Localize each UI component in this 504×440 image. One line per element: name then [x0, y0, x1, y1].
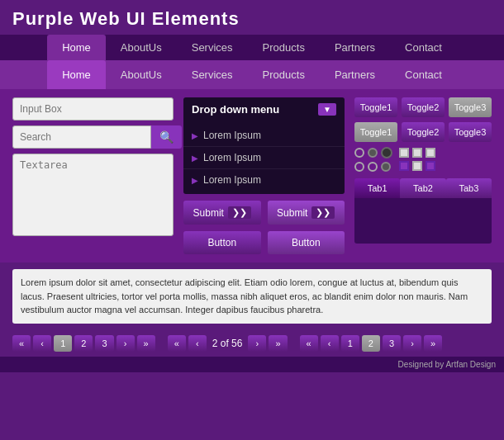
- paginator-3: « ‹ 1 2 3 › »: [300, 335, 443, 352]
- first-page-btn-1[interactable]: «: [12, 335, 31, 352]
- next-page-btn-1[interactable]: ›: [116, 335, 135, 352]
- dropdown-item[interactable]: ▶ Lorem Ipsum: [183, 147, 345, 169]
- pagination-section: « ‹ 1 2 3 › » « ‹ 2 of 56 › » « ‹ 1 2 3 …: [0, 330, 504, 357]
- button-row: Button Button: [183, 231, 345, 254]
- next-page-btn-3[interactable]: ›: [403, 335, 421, 352]
- nav1-aboutus[interactable]: AboutUs: [106, 35, 177, 60]
- nav2-home[interactable]: Home: [47, 60, 106, 89]
- toggle6-btn[interactable]: Toggle3: [449, 122, 492, 142]
- submit-button-2[interactable]: Submit ❯❯: [268, 201, 345, 225]
- nav1-partners[interactable]: Partners: [320, 35, 390, 60]
- button-2[interactable]: Button: [268, 231, 345, 254]
- nav1-services[interactable]: Services: [177, 35, 248, 60]
- radio-circle-2[interactable]: [368, 148, 378, 158]
- radio-item: [354, 147, 392, 158]
- nav-bar-1: Home AboutUs Services Products Partners …: [0, 35, 504, 60]
- tab-content: [354, 198, 492, 244]
- middle-column: Drop down menu ▼ ▶ Lorem Ipsum ▶ Lorem I…: [183, 97, 345, 254]
- toggle2-btn[interactable]: Toggle2: [402, 97, 445, 117]
- tab-2[interactable]: Tab2: [400, 178, 445, 198]
- next-page-btn-2[interactable]: ›: [248, 335, 266, 352]
- checkbox-item-2: [399, 161, 435, 171]
- nav2-partners[interactable]: Partners: [320, 60, 390, 89]
- checkbox-4[interactable]: [399, 161, 409, 171]
- last-page-btn-2[interactable]: »: [269, 335, 287, 352]
- main-content: 🔍 Drop down menu ▼ ▶ Lorem Ipsum ▶ Lorem…: [0, 89, 504, 263]
- prev-page-btn-3[interactable]: ‹: [321, 335, 339, 352]
- dropdown-item-text: Lorem Ipsum: [203, 152, 261, 163]
- nav1-home[interactable]: Home: [47, 35, 106, 60]
- item-arrow-icon: ▶: [192, 176, 198, 185]
- submit-arrow-icon-2: ❯❯: [311, 206, 335, 219]
- radio-circle-1[interactable]: [354, 148, 364, 158]
- textarea[interactable]: [12, 154, 174, 236]
- toggle-row-2: Toggle1 Toggle2 Toggle3: [354, 122, 492, 142]
- radio-circle-4[interactable]: [354, 162, 364, 172]
- page-footer: Designed by Artfan Design: [0, 357, 504, 372]
- input-box[interactable]: [12, 97, 174, 121]
- checkbox-1[interactable]: [399, 148, 409, 158]
- prev-page-btn-1[interactable]: ‹: [33, 335, 51, 352]
- toggle-row-1: Toggle1 Toggle2 Toggle3: [354, 97, 492, 117]
- nav1-contact[interactable]: Contact: [390, 35, 457, 60]
- last-page-btn-3[interactable]: »: [424, 335, 442, 352]
- nav2-services[interactable]: Services: [177, 60, 248, 89]
- nav2-contact[interactable]: Contact: [390, 60, 457, 89]
- dropdown-label: Drop down menu: [192, 103, 279, 116]
- right-column: Toggle1 Toggle2 Toggle3 Toggle1 Toggle2 …: [354, 97, 492, 254]
- dropdown-item[interactable]: ▶ Lorem Ipsum: [183, 169, 345, 191]
- paginator-2: « ‹ 2 of 56 › »: [168, 335, 288, 352]
- submit-row: Submit ❯❯ Submit ❯❯: [183, 201, 345, 225]
- checkbox-6[interactable]: [426, 161, 435, 171]
- dropdown-item-text: Lorem Ipsum: [203, 130, 261, 141]
- tab-1[interactable]: Tab1: [354, 178, 400, 198]
- prev-page-btn-2[interactable]: ‹: [188, 335, 207, 352]
- page-2-btn-3[interactable]: 2: [362, 335, 380, 352]
- radio-item-2: [354, 162, 392, 172]
- toggle4-btn[interactable]: Toggle1: [354, 122, 397, 142]
- dropdown-body: ▶ Lorem Ipsum ▶ Lorem Ipsum ▶ Lorem Ipsu…: [183, 121, 345, 194]
- search-button[interactable]: 🔍: [151, 125, 182, 149]
- toggle1-btn[interactable]: Toggle1: [354, 97, 397, 117]
- checkbox-item-1: [399, 148, 435, 158]
- first-page-btn-2[interactable]: «: [168, 335, 186, 352]
- radio-circle-5[interactable]: [368, 162, 378, 172]
- page-title: Purple Web UI Elements: [12, 8, 492, 30]
- first-page-btn-3[interactable]: «: [300, 335, 318, 352]
- page-header: Purple Web UI Elements: [0, 0, 504, 35]
- dropdown-item[interactable]: ▶ Lorem Ipsum: [183, 125, 345, 147]
- page-1-btn-3[interactable]: 1: [341, 335, 359, 352]
- last-page-btn-1[interactable]: »: [137, 335, 155, 352]
- button-1[interactable]: Button: [183, 231, 261, 254]
- toggle3-btn[interactable]: Toggle3: [449, 97, 492, 117]
- radio-circle-3[interactable]: [381, 147, 392, 158]
- checkbox-2[interactable]: [412, 148, 422, 158]
- radio-circle-6[interactable]: [381, 162, 391, 172]
- checkbox-3[interactable]: [426, 148, 435, 158]
- text-block: Lorem ipsum dolor sit amet, consectetur …: [12, 269, 492, 324]
- radio-checkbox-row: [354, 147, 492, 172]
- checkbox-5[interactable]: [412, 161, 422, 171]
- nav2-aboutus[interactable]: AboutUs: [106, 60, 177, 89]
- page-3-btn[interactable]: 3: [95, 335, 113, 352]
- search-row: 🔍: [12, 125, 174, 149]
- nav2-products[interactable]: Products: [248, 60, 320, 89]
- toggle5-btn[interactable]: Toggle2: [402, 122, 445, 142]
- radio-group: [354, 147, 392, 172]
- page-3-btn-3[interactable]: 3: [383, 335, 401, 352]
- nav1-products[interactable]: Products: [248, 35, 320, 60]
- page-info: 2 of 56: [209, 338, 246, 349]
- nav-bar-2: Home AboutUs Services Products Partners …: [0, 60, 504, 89]
- item-arrow-icon: ▶: [192, 154, 198, 163]
- submit-button-1[interactable]: Submit ❯❯: [183, 201, 261, 225]
- dropdown-item-text: Lorem Ipsum: [203, 174, 261, 186]
- page-1-btn[interactable]: 1: [54, 335, 72, 352]
- item-arrow-icon: ▶: [192, 131, 198, 140]
- checkbox-group: [399, 148, 435, 171]
- search-input[interactable]: [12, 125, 151, 149]
- tab-3[interactable]: Tab3: [446, 178, 492, 198]
- paginator-1: « ‹ 1 2 3 › »: [12, 335, 155, 352]
- dropdown-header[interactable]: Drop down menu ▼: [183, 97, 345, 121]
- dropdown-arrow-icon: ▼: [318, 103, 336, 116]
- page-2-btn[interactable]: 2: [74, 335, 93, 352]
